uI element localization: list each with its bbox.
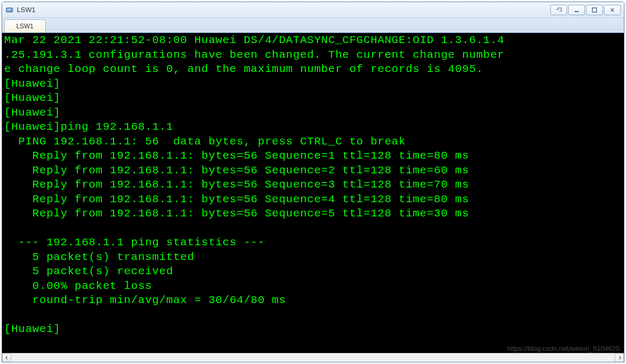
close-button[interactable] [604, 5, 621, 15]
svg-rect-1 [7, 9, 12, 9]
scroll-track[interactable] [11, 353, 615, 362]
restore-down-button[interactable] [550, 5, 567, 15]
tab-lsw1[interactable]: LSW1 [4, 19, 46, 33]
watermark: https://blog.csdn.net/weixin_5104625 [507, 345, 620, 352]
window-controls [550, 5, 621, 15]
app-icon [5, 6, 14, 14]
horizontal-scrollbar[interactable] [2, 353, 624, 362]
tab-bar: LSW1 [2, 18, 624, 33]
tab-label: LSW1 [16, 23, 34, 30]
window-title: LSW1 [17, 6, 550, 14]
scroll-right-button[interactable] [615, 353, 624, 362]
titlebar[interactable]: LSW1 [2, 2, 624, 18]
minimize-button[interactable] [568, 5, 585, 15]
terminal[interactable]: Mar 22 2021 22:21:52-08:00 Huawei DS/4/D… [2, 33, 624, 362]
svg-rect-2 [7, 10, 10, 11]
svg-rect-4 [592, 8, 597, 12]
terminal-output: Mar 22 2021 22:21:52-08:00 Huawei DS/4/D… [2, 33, 624, 337]
app-window: LSW1 LSW1 Mar 22 2021 22:21:52-08:00 Hua… [2, 2, 624, 362]
scroll-left-button[interactable] [2, 353, 11, 362]
maximize-button[interactable] [586, 5, 603, 15]
